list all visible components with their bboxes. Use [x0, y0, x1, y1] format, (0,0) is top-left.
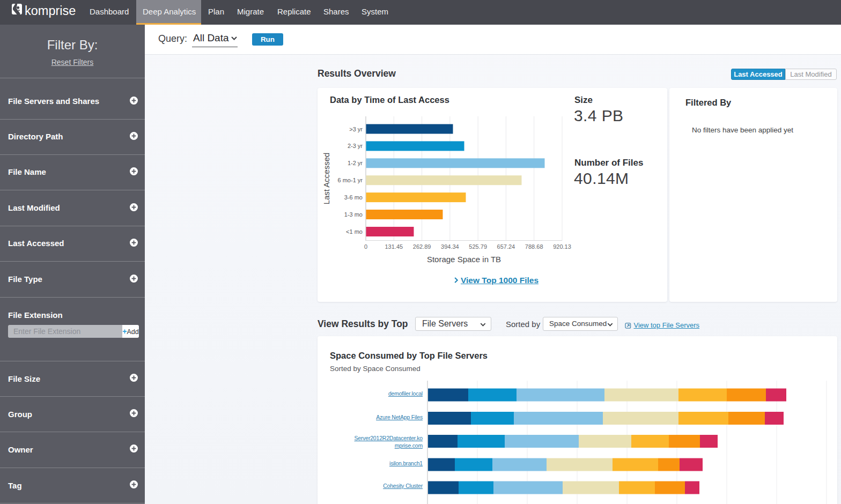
svg-text:262.89: 262.89 — [413, 243, 431, 250]
svg-text:657.24: 657.24 — [497, 243, 515, 250]
svg-text:525.79: 525.79 — [469, 243, 487, 250]
svg-text:Storage Space in TB: Storage Space in TB — [427, 255, 501, 264]
svg-text:1-2 yr: 1-2 yr — [348, 160, 363, 166]
svg-text:Last Accessed: Last Accessed — [322, 153, 331, 205]
svg-text:0: 0 — [364, 243, 367, 250]
svg-text:3-6 mo: 3-6 mo — [344, 194, 363, 201]
svg-text:1-3 mo: 1-3 mo — [344, 211, 363, 218]
svg-text:>3 yr: >3 yr — [349, 126, 363, 132]
svg-text:394.34: 394.34 — [441, 243, 459, 250]
svg-text:6 mo-1 yr: 6 mo-1 yr — [338, 177, 363, 183]
svg-text:788.68: 788.68 — [525, 243, 543, 250]
svg-text:131.45: 131.45 — [385, 243, 403, 250]
svg-text:<1 mo: <1 mo — [346, 228, 363, 235]
svg-text:2-3 yr: 2-3 yr — [348, 143, 363, 149]
svg-text:920.13: 920.13 — [553, 243, 571, 250]
